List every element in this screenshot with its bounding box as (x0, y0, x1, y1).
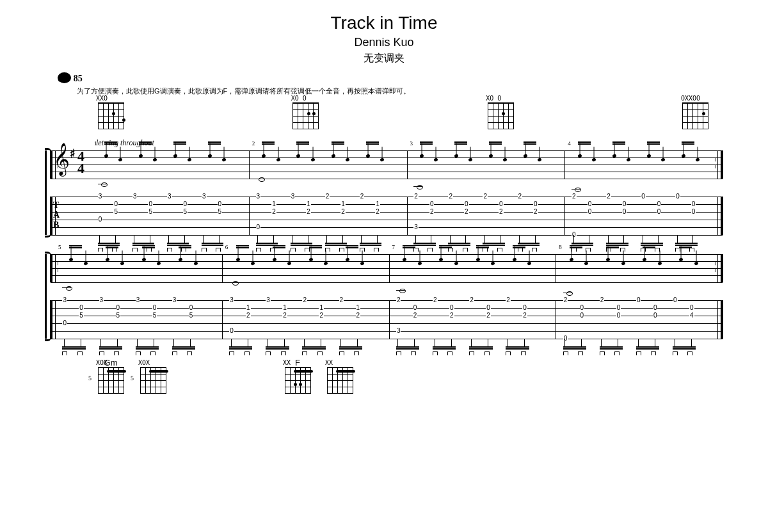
tab-fret: 2 (464, 208, 469, 215)
tempo-marking: ♩ = 85 (58, 72, 723, 84)
performance-instructions: 为了方便演奏，此歌使用G调演奏，此歌原调为F，需弹原调请将所有弦调低一个全音，再… (77, 86, 723, 96)
tab-fret: 0 (449, 304, 454, 311)
tab-fret: 0 (522, 304, 527, 311)
chord-diagram: XXO (96, 102, 125, 137)
tab-fret: 2 (325, 193, 330, 200)
tab-fret: 1 (271, 200, 276, 207)
tab-fret: 5 (218, 208, 223, 215)
time-signature: 44 (77, 150, 84, 174)
chord-diagram: XO O (486, 102, 515, 137)
tab-fret: 2 (483, 193, 488, 200)
tab-fret: 3 (413, 223, 419, 230)
tab-fret: 3 (266, 296, 271, 303)
chord-diagram: FXX (283, 358, 312, 392)
tab-fret: 2 (518, 193, 523, 200)
tab-fret: 3 (62, 296, 67, 303)
tab-fret: 0 (622, 200, 627, 207)
tab-fret: 0 (98, 216, 103, 223)
tab-fret: 0 (641, 193, 646, 200)
chord-diagram: XX (325, 358, 355, 392)
tab-fret: 0 (464, 200, 469, 207)
tab-fret: 1 (319, 304, 324, 311)
tab-measure: 0312312212212 (250, 197, 408, 235)
music-system: 𝄞♯44¦¦1234TAB030530530530503123122122123… (45, 150, 723, 235)
tab-fret: 2 (396, 296, 401, 303)
tab-fret: 2 (413, 312, 418, 319)
tab-fret: 3 (172, 296, 177, 303)
tab-fret: 0 (653, 312, 658, 319)
tab-fret: 0 (79, 304, 84, 311)
tab-fret: 1 (306, 200, 311, 207)
tab-fret: 0 (691, 208, 696, 215)
tab-fret: 0 (653, 304, 658, 311)
tab-fret: 2 (413, 193, 419, 200)
tab-fret: 1 (340, 200, 346, 207)
tab-fret: 1 (246, 304, 251, 311)
tab-fret: 0 (499, 200, 504, 207)
measure-number: 1 (94, 140, 97, 147)
tab-measure: 0200200000004 (556, 300, 723, 339)
tab-fret: 3 (99, 296, 104, 303)
tab-fret: 3 (132, 193, 138, 200)
tab-fret: 2 (533, 208, 538, 215)
tab-fret: 3 (229, 296, 234, 303)
tab-fret: 0 (429, 200, 435, 207)
tab-fret: 0 (580, 304, 585, 311)
tab-fret: 0 (218, 200, 223, 207)
tab-fret: 0 (486, 304, 491, 311)
tab-fret: 3 (202, 193, 207, 200)
tab-fret: 1 (282, 304, 287, 311)
tab-staff: TAB0305305305305031231221221232022022022… (50, 197, 723, 235)
tab-fret: 0 (113, 200, 118, 207)
tab-fret: 0 (588, 208, 593, 215)
chord-diagram-row: XXO XO O XO O OXXOO (45, 102, 723, 137)
tab-fret: 2 (563, 296, 568, 303)
tab-measure: 0200200000000 (565, 197, 723, 235)
tab-fret: 0 (616, 312, 621, 319)
tab-fret: 2 (448, 193, 453, 200)
tab-fret: 0 (689, 304, 694, 311)
chord-diagram: Gm5XOX (96, 358, 125, 392)
tab-fret: 2 (356, 312, 361, 319)
tab-fret: 5 (152, 312, 157, 319)
tab-fret: 3 (167, 193, 172, 200)
tab-fret: 3 (256, 193, 261, 200)
tab-fret: 2 (319, 312, 324, 319)
measure-number: 5 (58, 244, 61, 250)
tab-fret: 0 (616, 304, 621, 311)
measure-number: 8 (559, 244, 562, 250)
tab-fret: 3 (98, 193, 103, 200)
tab-fret: 0 (657, 208, 662, 215)
song-title: Track in Time (45, 13, 723, 33)
tab-measure: 3202202202202 (408, 197, 566, 235)
measure-number: 7 (392, 244, 396, 250)
composer: Dennis Kuo (45, 36, 723, 49)
tab-fret: 0 (413, 304, 418, 311)
tab-fret: 0 (183, 200, 188, 207)
chord-diagram: OXXOO (681, 102, 710, 137)
tab-fret: 2 (522, 312, 527, 319)
tab-fret: 2 (486, 312, 491, 319)
tab-fret: 2 (282, 312, 287, 319)
tab-fret: 0 (62, 319, 67, 326)
tab-fret: 0 (563, 335, 568, 342)
tab-fret: 0 (256, 223, 261, 230)
measure-number: 6 (225, 244, 228, 250)
chord-diagram: 5XOX (138, 358, 168, 392)
tab-fret: 2 (572, 193, 577, 200)
tab-fret: 2 (375, 208, 380, 215)
tab-fret: 2 (339, 296, 344, 303)
chord-diagram-row-partial: Gm5XOX 5XOX FXX XX (45, 358, 723, 392)
tab-fret: 2 (306, 208, 311, 215)
tab-measure: 3202202202202 (390, 300, 557, 339)
key-signature: ♯ (70, 147, 76, 161)
notation-staff: ¦¦5678 (50, 254, 723, 282)
tab-fret: 5 (183, 208, 188, 215)
tab-fret: 5 (148, 208, 153, 215)
subtitle: 无变调夹 (45, 52, 723, 65)
measure-number: 2 (252, 140, 255, 147)
tab-fret: 2 (271, 208, 276, 215)
tab-fret: 0 (673, 296, 678, 303)
tab-fret: 0 (636, 296, 641, 303)
tab-fret: 2 (302, 296, 307, 303)
